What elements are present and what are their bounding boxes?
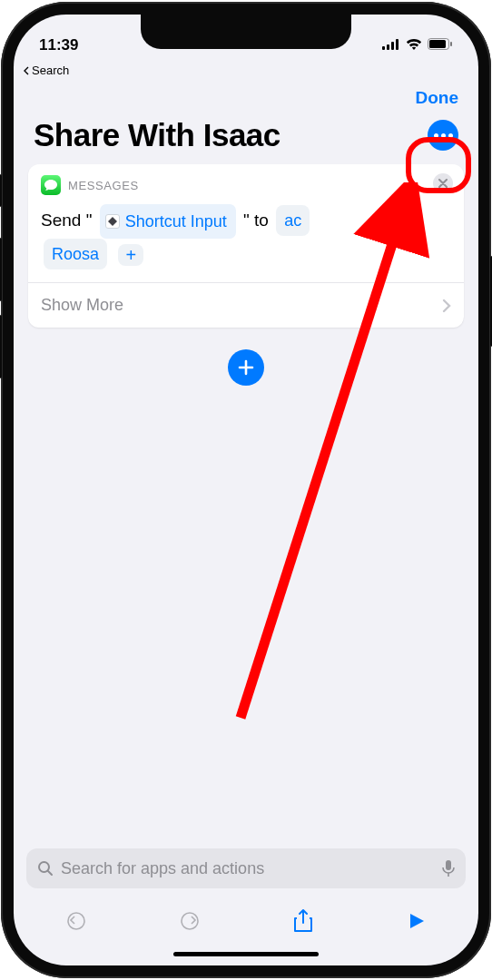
- bottom-area: Search for apps and actions: [14, 839, 478, 965]
- battery-icon: [428, 37, 453, 54]
- shortcut-input-label: Shortcut Input: [125, 206, 227, 237]
- search-input[interactable]: Search for apps and actions: [26, 848, 466, 888]
- dictation-icon[interactable]: [442, 859, 455, 877]
- done-button[interactable]: Done: [416, 88, 459, 108]
- toolbar: [14, 897, 478, 945]
- messages-app-icon: [41, 175, 61, 195]
- send-prefix: Send ": [41, 211, 92, 230]
- send-mid: " to: [243, 211, 269, 230]
- close-icon: [438, 179, 448, 188]
- card-header: MESSAGES: [28, 164, 464, 201]
- show-more-button[interactable]: Show More: [28, 282, 464, 328]
- back-label: Search: [32, 64, 69, 77]
- svg-rect-5: [429, 40, 446, 48]
- card-app-label: MESSAGES: [68, 179, 139, 192]
- play-icon: [408, 912, 426, 930]
- search-placeholder: Search for apps and actions: [61, 859, 435, 878]
- search-icon: [37, 860, 54, 877]
- svg-rect-1: [387, 44, 389, 50]
- undo-button[interactable]: [58, 910, 94, 932]
- remove-action-button[interactable]: [433, 173, 453, 193]
- cellular-signal-icon: [382, 37, 400, 54]
- home-indicator[interactable]: [173, 952, 319, 956]
- undo-icon: [65, 910, 87, 932]
- header: Share With Isaac: [14, 108, 478, 164]
- svg-point-12: [68, 913, 84, 929]
- volume-down-button: [0, 315, 2, 378]
- action-card: MESSAGES Send " Shortcut Input " to ac R…: [28, 164, 464, 328]
- svg-rect-2: [391, 42, 394, 50]
- status-time: 11:39: [39, 36, 130, 54]
- shortcut-input-token[interactable]: Shortcut Input: [100, 204, 236, 239]
- plus-icon: [237, 358, 255, 377]
- page-title: Share With Isaac: [34, 117, 280, 153]
- run-button[interactable]: [399, 912, 435, 930]
- add-action-button[interactable]: [228, 349, 264, 386]
- notch: [141, 15, 351, 49]
- chevron-right-icon: [442, 299, 451, 313]
- add-recipient-button[interactable]: +: [118, 244, 143, 266]
- mute-switch: [0, 174, 2, 207]
- wifi-icon: [406, 37, 422, 54]
- svg-point-13: [182, 913, 198, 929]
- ellipsis-icon: [434, 133, 438, 138]
- recipient-token-part2[interactable]: Roosa: [44, 239, 107, 270]
- svg-rect-3: [396, 39, 399, 50]
- back-caret-icon: [23, 66, 30, 75]
- svg-line-9: [48, 871, 52, 875]
- card-body: Send " Shortcut Input " to ac Roosa +: [28, 201, 464, 282]
- back-to-app-link[interactable]: Search: [14, 62, 478, 83]
- volume-up-button: [0, 238, 2, 301]
- more-options-button[interactable]: [428, 120, 458, 151]
- share-button[interactable]: [285, 909, 321, 933]
- svg-rect-6: [450, 42, 452, 46]
- device-frame: 11:39 Search Done Share Wi: [1, 2, 491, 978]
- share-icon: [293, 909, 313, 933]
- redo-icon: [179, 910, 201, 932]
- svg-rect-10: [446, 860, 451, 870]
- svg-rect-0: [382, 46, 385, 50]
- redo-button[interactable]: [172, 910, 208, 932]
- shortcut-input-icon: [105, 214, 120, 229]
- nav-bar: Done: [14, 83, 478, 108]
- show-more-label: Show More: [41, 296, 123, 315]
- screen: 11:39 Search Done Share Wi: [14, 15, 478, 965]
- status-icons: [362, 37, 453, 54]
- recipient-token-part1[interactable]: ac: [276, 205, 310, 236]
